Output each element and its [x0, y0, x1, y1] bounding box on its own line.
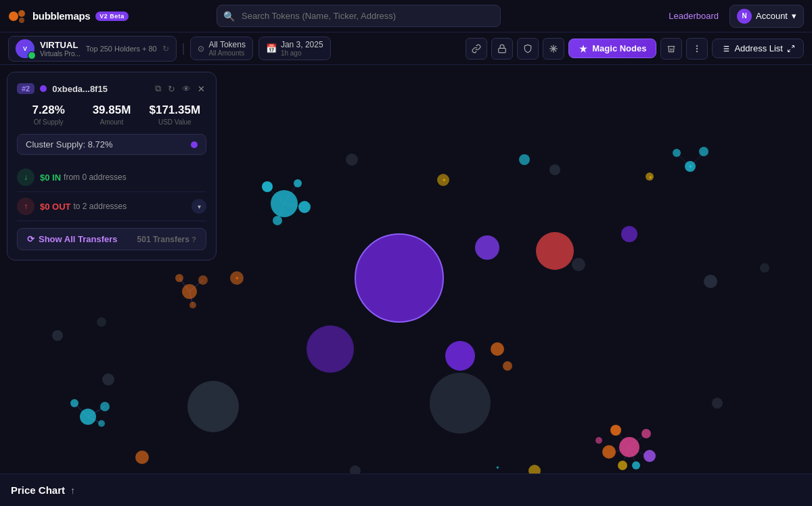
refresh-icon[interactable]: ↻ [162, 44, 169, 53]
search-input[interactable] [217, 5, 501, 27]
right-cluster-node-2 [641, 429, 651, 438]
flow-out-desc: to 2 addresses [74, 202, 127, 211]
bubble-medium-3 [475, 235, 499, 260]
flow-in-row: ↓ $0 IN from 0 addresses [17, 163, 206, 192]
more-tool-button[interactable] [686, 38, 708, 60]
token-short-name: VIRTUAL [40, 40, 81, 50]
shield-tool-button[interactable] [517, 38, 539, 60]
svg-line-18 [788, 49, 791, 52]
right-cluster-node-1 [610, 425, 621, 436]
beta-badge: V2 Beta [95, 12, 129, 21]
address-list-button[interactable]: Address List [712, 39, 804, 58]
snowflake-tool-button[interactable] [543, 38, 564, 60]
flow-in-icon: ↓ [17, 168, 35, 186]
svg-point-9 [697, 48, 698, 49]
link-icon [472, 44, 481, 53]
flow-in-amount: $0 IN [40, 172, 61, 183]
bubble-medium-1 [307, 325, 354, 373]
account-chevron-icon: ▾ [792, 11, 796, 21]
right-cluster-node-5 [602, 445, 616, 459]
scattered-12 [572, 258, 585, 271]
center-left-3 [189, 302, 196, 308]
transfers-help-icon: ? [191, 235, 196, 244]
refresh-address-button[interactable]: ↻ [166, 82, 177, 95]
token-info[interactable]: V VIRTUAL Virtuals Pro... Top 250 Holder… [8, 36, 177, 62]
left-cluster-3 [98, 420, 105, 427]
magic-nodes-button[interactable]: Magic Nodes [568, 39, 656, 58]
card-header: #2 0xbeda...8f15 ⧉ ↻ 👁 ✕ [17, 82, 206, 95]
token-avatar-sub [28, 51, 36, 60]
date-button[interactable]: 📅 Jan 3, 2025 1h ago [258, 37, 331, 60]
logo-area: bubblemaps V2 Beta [8, 7, 129, 26]
cluster-supply-label: Cluster Supply: 8.72% [26, 139, 113, 150]
filter-label: All Tokens [208, 40, 245, 49]
show-transfers-label: Show All Transfers [39, 234, 118, 244]
right-cluster-node-7 [595, 437, 602, 444]
bubble-small-2 [704, 275, 717, 288]
svg-point-10 [697, 51, 698, 51]
cluster-node-1 [262, 181, 273, 192]
svg-text:✦: ✦ [495, 465, 500, 471]
flow-in-desc: from 0 addresses [64, 172, 127, 182]
scattered-2 [102, 373, 114, 386]
card-address-text: 0xbeda...8f15 [52, 84, 148, 94]
bubble-small-1 [621, 226, 637, 242]
show-transfers-icon: ⟳ [27, 234, 35, 244]
card-rank-badge: #2 [17, 83, 35, 94]
left-cluster-2 [100, 402, 110, 411]
stat-supply-value: 7.28% [17, 104, 80, 117]
snowflake-icon [549, 44, 558, 53]
stat-amount: 39.85M Amount [80, 104, 143, 126]
more-icon [692, 44, 702, 53]
bubble-medium-2 [445, 341, 475, 371]
right-cluster-center [619, 437, 639, 457]
filter-sub-label: All Amounts [208, 49, 245, 57]
account-button[interactable]: N Account ▾ [729, 5, 804, 28]
magic-icon [579, 44, 588, 53]
filter-label-group: All Tokens All Amounts [208, 40, 245, 57]
stat-amount-label: Amount [80, 118, 143, 126]
flow-out-icon: ↑ [17, 198, 35, 215]
right-cluster-node-4 [632, 461, 640, 469]
calendar-icon: 📅 [266, 43, 277, 53]
address-list-expand-icon [787, 45, 795, 53]
close-card-button[interactable]: ✕ [196, 82, 206, 95]
scattered-16 [712, 398, 723, 409]
lock-tool-button[interactable] [491, 38, 513, 60]
left-cluster-center [80, 409, 96, 425]
shield-icon [523, 44, 533, 53]
scattered-20 [97, 317, 106, 327]
leaderboard-link[interactable]: Leaderboard [669, 11, 719, 21]
scattered-21 [519, 154, 530, 165]
stat-supply-label: Of Supply [17, 118, 80, 126]
copy-address-button[interactable]: ⧉ [154, 82, 162, 95]
cluster-node-2 [294, 179, 302, 187]
card-stats: 7.28% Of Supply 39.85M Amount $171.35M U… [17, 104, 206, 126]
central-bubble [355, 234, 443, 322]
left-cluster-1 [70, 399, 78, 407]
account-avatar: N [737, 9, 752, 24]
trash-icon [667, 44, 676, 53]
scattered-8 [491, 342, 504, 356]
svg-rect-3 [499, 48, 506, 52]
card-color-dot [40, 85, 47, 92]
scattered-15 [699, 147, 708, 156]
price-chart-button[interactable]: Price Chart ↑ [11, 484, 75, 496]
delete-tool-button[interactable] [660, 38, 682, 60]
stat-usd-value: $171.35M [143, 104, 206, 117]
date-label: Jan 3, 2025 [281, 40, 323, 49]
flow-out-expand-button[interactable]: ▾ [191, 199, 206, 214]
svg-text:✦: ✦ [648, 175, 653, 181]
price-chart-bar[interactable]: Price Chart ↑ [0, 474, 812, 506]
link-tool-button[interactable] [466, 38, 487, 60]
card-action-buttons: ⧉ ↻ 👁 ✕ [154, 82, 206, 95]
filter-button[interactable]: ⊙ All Tokens All Amounts [190, 37, 252, 60]
hide-card-button[interactable]: 👁 [181, 82, 192, 95]
flow-out-amount: $0 OUT [40, 202, 71, 212]
scattered-11 [549, 164, 560, 175]
show-transfers-button[interactable]: ⟳ Show All Transfers 501 Transfers ? [17, 228, 206, 250]
logo-text: bubblemaps [32, 10, 90, 22]
flow-out-row: ↑ $0 OUT to 2 addresses ▾ [17, 192, 206, 221]
nav-right: Leaderboard N Account ▾ [669, 5, 804, 28]
stat-supply: 7.28% Of Supply [17, 104, 80, 126]
